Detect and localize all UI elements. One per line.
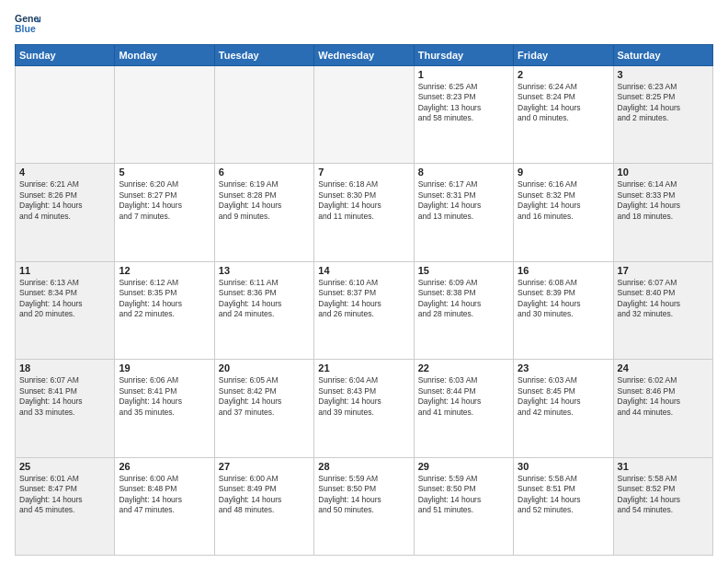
table-row: 2Sunrise: 6:24 AMSunset: 8:24 PMDaylight… [514,66,613,164]
calendar-week-row: 4Sunrise: 6:21 AMSunset: 8:26 PMDaylight… [16,164,713,261]
calendar-day-header: Wednesday [314,45,414,66]
cell-text: Sunrise: 6:07 AMSunset: 8:41 PMDaylight:… [19,375,110,418]
day-number: 7 [318,167,409,178]
cell-text: Sunrise: 6:12 AMSunset: 8:35 PMDaylight:… [119,278,210,320]
day-number: 28 [318,461,409,472]
cell-text: Sunrise: 5:59 AMSunset: 8:50 PMDaylight:… [418,474,509,516]
table-row: 20Sunrise: 6:05 AMSunset: 8:42 PMDayligh… [214,360,313,457]
table-row: 3Sunrise: 6:23 AMSunset: 8:25 PMDaylight… [613,66,712,164]
table-row: 1Sunrise: 6:25 AMSunset: 8:23 PMDaylight… [414,66,513,164]
day-number: 5 [119,167,210,178]
calendar-day-header: Friday [514,45,613,66]
day-number: 19 [119,362,210,373]
table-row: 30Sunrise: 5:58 AMSunset: 8:51 PMDayligh… [514,457,613,555]
day-number: 13 [219,265,310,276]
table-row [16,66,115,164]
table-row: 25Sunrise: 6:01 AMSunset: 8:47 PMDayligh… [16,457,115,555]
table-row: 11Sunrise: 6:13 AMSunset: 8:34 PMDayligh… [16,261,115,359]
day-number: 11 [19,265,110,276]
svg-text:Blue: Blue [15,23,36,34]
cell-text: Sunrise: 6:11 AMSunset: 8:36 PMDaylight:… [219,278,310,320]
day-number: 6 [219,167,310,178]
table-row: 24Sunrise: 6:02 AMSunset: 8:46 PMDayligh… [613,360,712,457]
table-row [314,66,414,164]
day-number: 20 [219,362,310,373]
cell-text: Sunrise: 6:01 AMSunset: 8:47 PMDaylight:… [19,474,110,516]
calendar-week-row: 1Sunrise: 6:25 AMSunset: 8:23 PMDaylight… [16,66,713,164]
cell-text: Sunrise: 6:00 AMSunset: 8:49 PMDaylight:… [219,474,310,516]
cell-text: Sunrise: 6:24 AMSunset: 8:24 PMDaylight:… [518,82,609,124]
cell-text: Sunrise: 6:05 AMSunset: 8:42 PMDaylight:… [219,375,310,418]
day-number: 14 [318,265,409,276]
table-row: 19Sunrise: 6:06 AMSunset: 8:41 PMDayligh… [115,360,214,457]
cell-text: Sunrise: 6:20 AMSunset: 8:27 PMDaylight:… [119,179,210,222]
day-number: 26 [119,461,210,472]
table-row: 14Sunrise: 6:10 AMSunset: 8:37 PMDayligh… [314,261,414,359]
cell-text: Sunrise: 6:07 AMSunset: 8:40 PMDaylight:… [618,278,709,320]
day-number: 8 [418,167,509,178]
cell-text: Sunrise: 6:10 AMSunset: 8:37 PMDaylight:… [318,278,409,320]
day-number: 1 [418,69,509,80]
table-row: 21Sunrise: 6:04 AMSunset: 8:43 PMDayligh… [314,360,414,457]
table-row: 12Sunrise: 6:12 AMSunset: 8:35 PMDayligh… [115,261,214,359]
table-row: 5Sunrise: 6:20 AMSunset: 8:27 PMDaylight… [115,164,214,261]
calendar-day-header: Saturday [613,45,712,66]
day-number: 2 [518,69,609,80]
day-number: 29 [418,461,509,472]
calendar-day-header: Tuesday [214,45,313,66]
table-row: 9Sunrise: 6:16 AMSunset: 8:32 PMDaylight… [514,164,613,261]
day-number: 25 [19,461,110,472]
cell-text: Sunrise: 5:58 AMSunset: 8:52 PMDaylight:… [618,474,709,516]
table-row: 10Sunrise: 6:14 AMSunset: 8:33 PMDayligh… [613,164,712,261]
cell-text: Sunrise: 6:09 AMSunset: 8:38 PMDaylight:… [418,278,509,320]
table-row: 8Sunrise: 6:17 AMSunset: 8:31 PMDaylight… [414,164,513,261]
day-number: 24 [618,362,709,373]
table-row: 18Sunrise: 6:07 AMSunset: 8:41 PMDayligh… [16,360,115,457]
cell-text: Sunrise: 6:02 AMSunset: 8:46 PMDaylight:… [618,375,709,418]
day-number: 27 [219,461,310,472]
calendar-week-row: 25Sunrise: 6:01 AMSunset: 8:47 PMDayligh… [16,457,713,555]
table-row: 29Sunrise: 5:59 AMSunset: 8:50 PMDayligh… [414,457,513,555]
table-row: 17Sunrise: 6:07 AMSunset: 8:40 PMDayligh… [613,261,712,359]
table-row: 15Sunrise: 6:09 AMSunset: 8:38 PMDayligh… [414,261,513,359]
cell-text: Sunrise: 5:59 AMSunset: 8:50 PMDaylight:… [318,474,409,516]
cell-text: Sunrise: 6:00 AMSunset: 8:48 PMDaylight:… [119,474,210,516]
calendar-week-row: 18Sunrise: 6:07 AMSunset: 8:41 PMDayligh… [16,360,713,457]
cell-text: Sunrise: 6:14 AMSunset: 8:33 PMDaylight:… [618,179,709,222]
day-number: 3 [618,69,709,80]
calendar-day-header: Sunday [16,45,115,66]
header: General Blue [15,11,713,37]
day-number: 4 [19,167,110,178]
cell-text: Sunrise: 6:03 AMSunset: 8:45 PMDaylight:… [518,375,609,418]
day-number: 9 [518,167,609,178]
day-number: 15 [418,265,509,276]
cell-text: Sunrise: 6:19 AMSunset: 8:28 PMDaylight:… [219,179,310,222]
table-row: 31Sunrise: 5:58 AMSunset: 8:52 PMDayligh… [613,457,712,555]
day-number: 23 [518,362,609,373]
table-row: 7Sunrise: 6:18 AMSunset: 8:30 PMDaylight… [314,164,414,261]
cell-text: Sunrise: 5:58 AMSunset: 8:51 PMDaylight:… [518,474,609,516]
cell-text: Sunrise: 6:08 AMSunset: 8:39 PMDaylight:… [518,278,609,320]
table-row [214,66,313,164]
page: General Blue SundayMondayTuesdayWednesda… [0,0,728,563]
cell-text: Sunrise: 6:18 AMSunset: 8:30 PMDaylight:… [318,179,409,222]
day-number: 12 [119,265,210,276]
cell-text: Sunrise: 6:23 AMSunset: 8:25 PMDaylight:… [618,82,709,124]
table-row: 26Sunrise: 6:00 AMSunset: 8:48 PMDayligh… [115,457,214,555]
calendar-day-header: Monday [115,45,214,66]
table-row: 28Sunrise: 5:59 AMSunset: 8:50 PMDayligh… [314,457,414,555]
cell-text: Sunrise: 6:17 AMSunset: 8:31 PMDaylight:… [418,179,509,222]
cell-text: Sunrise: 6:06 AMSunset: 8:41 PMDaylight:… [119,375,210,418]
table-row [115,66,214,164]
day-number: 30 [518,461,609,472]
calendar-week-row: 11Sunrise: 6:13 AMSunset: 8:34 PMDayligh… [16,261,713,359]
calendar-table: SundayMondayTuesdayWednesdayThursdayFrid… [15,44,713,556]
logo-icon: General Blue [15,11,40,37]
logo: General Blue [15,11,40,37]
cell-text: Sunrise: 6:13 AMSunset: 8:34 PMDaylight:… [19,278,110,320]
cell-text: Sunrise: 6:25 AMSunset: 8:23 PMDaylight:… [418,82,509,124]
cell-text: Sunrise: 6:04 AMSunset: 8:43 PMDaylight:… [318,375,409,418]
day-number: 10 [618,167,709,178]
day-number: 31 [618,461,709,472]
cell-text: Sunrise: 6:21 AMSunset: 8:26 PMDaylight:… [19,179,110,222]
